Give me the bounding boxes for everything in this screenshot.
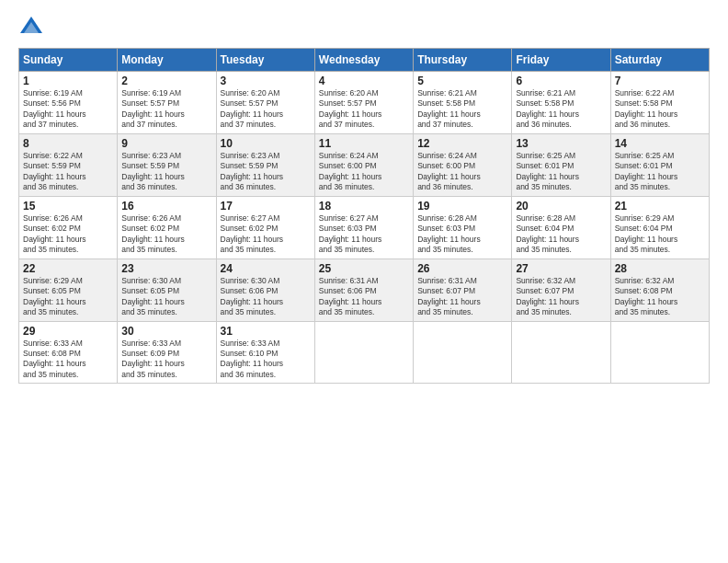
calendar-table: Sunday Monday Tuesday Wednesday Thursday… — [18, 48, 710, 384]
day-detail: Sunrise: 6:21 AMSunset: 5:58 PMDaylight:… — [516, 88, 606, 131]
day-detail: Sunrise: 6:30 AMSunset: 6:06 PMDaylight:… — [221, 276, 311, 318]
table-row: 31Sunrise: 6:33 AMSunset: 6:10 PMDayligh… — [216, 321, 314, 384]
day-detail: Sunrise: 6:33 AMSunset: 6:09 PMDaylight:… — [121, 339, 211, 381]
calendar-week-row: 15Sunrise: 6:26 AMSunset: 6:02 PMDayligh… — [19, 196, 710, 259]
day-detail: Sunrise: 6:21 AMSunset: 5:58 PMDaylight:… — [417, 88, 507, 131]
logo — [18, 15, 48, 40]
table-row: 26Sunrise: 6:31 AMSunset: 6:07 PMDayligh… — [414, 259, 512, 321]
table-row: 9Sunrise: 6:23 AMSunset: 5:59 PMDaylight… — [118, 133, 216, 196]
col-friday: Friday — [512, 49, 610, 72]
day-number: 13 — [516, 137, 606, 150]
table-row — [610, 321, 709, 384]
table-row: 18Sunrise: 6:27 AMSunset: 6:03 PMDayligh… — [314, 196, 413, 259]
day-number: 20 — [516, 200, 606, 213]
day-detail: Sunrise: 6:19 AMSunset: 5:57 PMDaylight:… — [121, 88, 211, 131]
day-number: 21 — [615, 200, 705, 213]
day-detail: Sunrise: 6:20 AMSunset: 5:57 PMDaylight:… — [221, 88, 311, 131]
day-detail: Sunrise: 6:28 AMSunset: 6:04 PMDaylight:… — [516, 213, 606, 256]
col-wednesday: Wednesday — [314, 49, 413, 72]
day-number: 7 — [615, 75, 705, 87]
table-row: 24Sunrise: 6:30 AMSunset: 6:06 PMDayligh… — [216, 259, 314, 321]
day-number: 15 — [23, 200, 113, 213]
table-row: 23Sunrise: 6:30 AMSunset: 6:05 PMDayligh… — [118, 259, 216, 321]
day-detail: Sunrise: 6:29 AMSunset: 6:05 PMDaylight:… — [23, 276, 113, 318]
table-row — [314, 321, 413, 384]
table-row: 17Sunrise: 6:27 AMSunset: 6:02 PMDayligh… — [216, 196, 314, 259]
day-number: 23 — [121, 262, 211, 275]
day-number: 22 — [23, 262, 113, 275]
day-number: 4 — [319, 75, 409, 87]
day-number: 17 — [221, 200, 311, 213]
page: Sunday Monday Tuesday Wednesday Thursday… — [0, 0, 728, 563]
table-row: 6Sunrise: 6:21 AMSunset: 5:58 PMDaylight… — [512, 72, 610, 134]
day-detail: Sunrise: 6:19 AMSunset: 5:56 PMDaylight:… — [23, 88, 113, 131]
table-row: 13Sunrise: 6:25 AMSunset: 6:01 PMDayligh… — [512, 133, 610, 196]
day-number: 12 — [417, 137, 507, 150]
day-detail: Sunrise: 6:23 AMSunset: 5:59 PMDaylight:… — [121, 151, 211, 193]
day-number: 6 — [516, 75, 606, 87]
calendar-week-row: 29Sunrise: 6:33 AMSunset: 6:08 PMDayligh… — [19, 321, 710, 384]
table-row: 1Sunrise: 6:19 AMSunset: 5:56 PMDaylight… — [19, 72, 118, 134]
table-row: 8Sunrise: 6:22 AMSunset: 5:59 PMDaylight… — [19, 133, 118, 196]
table-row: 28Sunrise: 6:32 AMSunset: 6:08 PMDayligh… — [610, 259, 709, 321]
day-number: 2 — [121, 75, 211, 87]
col-thursday: Thursday — [414, 49, 512, 72]
day-detail: Sunrise: 6:26 AMSunset: 6:02 PMDaylight:… — [121, 213, 211, 256]
day-number: 28 — [615, 262, 705, 275]
header — [18, 15, 710, 40]
day-number: 29 — [23, 325, 113, 338]
day-number: 8 — [23, 137, 113, 150]
calendar-week-row: 8Sunrise: 6:22 AMSunset: 5:59 PMDaylight… — [19, 133, 710, 196]
table-row: 25Sunrise: 6:31 AMSunset: 6:06 PMDayligh… — [314, 259, 413, 321]
col-tuesday: Tuesday — [216, 49, 314, 72]
table-row: 27Sunrise: 6:32 AMSunset: 6:07 PMDayligh… — [512, 259, 610, 321]
table-row — [414, 321, 512, 384]
day-detail: Sunrise: 6:24 AMSunset: 6:00 PMDaylight:… — [319, 151, 409, 193]
day-detail: Sunrise: 6:23 AMSunset: 5:59 PMDaylight:… — [221, 151, 311, 193]
day-number: 10 — [221, 137, 311, 150]
table-row: 15Sunrise: 6:26 AMSunset: 6:02 PMDayligh… — [19, 196, 118, 259]
table-row: 2Sunrise: 6:19 AMSunset: 5:57 PMDaylight… — [118, 72, 216, 134]
day-detail: Sunrise: 6:22 AMSunset: 5:58 PMDaylight:… — [615, 88, 705, 131]
calendar-week-row: 22Sunrise: 6:29 AMSunset: 6:05 PMDayligh… — [19, 259, 710, 321]
table-row: 22Sunrise: 6:29 AMSunset: 6:05 PMDayligh… — [19, 259, 118, 321]
day-detail: Sunrise: 6:24 AMSunset: 6:00 PMDaylight:… — [417, 151, 507, 193]
table-row: 16Sunrise: 6:26 AMSunset: 6:02 PMDayligh… — [118, 196, 216, 259]
table-row — [512, 321, 610, 384]
table-row: 29Sunrise: 6:33 AMSunset: 6:08 PMDayligh… — [19, 321, 118, 384]
day-number: 27 — [516, 262, 606, 275]
table-row: 3Sunrise: 6:20 AMSunset: 5:57 PMDaylight… — [216, 72, 314, 134]
table-row: 30Sunrise: 6:33 AMSunset: 6:09 PMDayligh… — [118, 321, 216, 384]
calendar-week-row: 1Sunrise: 6:19 AMSunset: 5:56 PMDaylight… — [19, 72, 710, 134]
day-number: 18 — [319, 200, 409, 213]
calendar-header-row: Sunday Monday Tuesday Wednesday Thursday… — [19, 49, 710, 72]
day-detail: Sunrise: 6:25 AMSunset: 6:01 PMDaylight:… — [615, 151, 705, 193]
day-detail: Sunrise: 6:20 AMSunset: 5:57 PMDaylight:… — [319, 88, 409, 131]
col-saturday: Saturday — [610, 49, 709, 72]
table-row: 5Sunrise: 6:21 AMSunset: 5:58 PMDaylight… — [414, 72, 512, 134]
day-number: 26 — [417, 262, 507, 275]
day-detail: Sunrise: 6:22 AMSunset: 5:59 PMDaylight:… — [23, 151, 113, 193]
day-detail: Sunrise: 6:26 AMSunset: 6:02 PMDaylight:… — [23, 213, 113, 256]
day-number: 24 — [221, 262, 311, 275]
day-number: 16 — [121, 200, 211, 213]
day-detail: Sunrise: 6:25 AMSunset: 6:01 PMDaylight:… — [516, 151, 606, 193]
day-detail: Sunrise: 6:32 AMSunset: 6:07 PMDaylight:… — [516, 276, 606, 318]
table-row: 20Sunrise: 6:28 AMSunset: 6:04 PMDayligh… — [512, 196, 610, 259]
day-detail: Sunrise: 6:31 AMSunset: 6:06 PMDaylight:… — [319, 276, 409, 318]
table-row: 21Sunrise: 6:29 AMSunset: 6:04 PMDayligh… — [610, 196, 709, 259]
day-number: 25 — [319, 262, 409, 275]
day-detail: Sunrise: 6:27 AMSunset: 6:02 PMDaylight:… — [221, 213, 311, 256]
day-number: 1 — [23, 75, 113, 87]
day-detail: Sunrise: 6:33 AMSunset: 6:10 PMDaylight:… — [221, 339, 311, 381]
table-row: 10Sunrise: 6:23 AMSunset: 5:59 PMDayligh… — [216, 133, 314, 196]
day-detail: Sunrise: 6:32 AMSunset: 6:08 PMDaylight:… — [615, 276, 705, 318]
day-number: 5 — [417, 75, 507, 87]
col-sunday: Sunday — [19, 49, 118, 72]
table-row: 4Sunrise: 6:20 AMSunset: 5:57 PMDaylight… — [314, 72, 413, 134]
table-row: 12Sunrise: 6:24 AMSunset: 6:00 PMDayligh… — [414, 133, 512, 196]
day-number: 30 — [121, 325, 211, 338]
day-number: 14 — [615, 137, 705, 150]
day-detail: Sunrise: 6:33 AMSunset: 6:08 PMDaylight:… — [23, 339, 113, 381]
day-detail: Sunrise: 6:31 AMSunset: 6:07 PMDaylight:… — [417, 276, 507, 318]
